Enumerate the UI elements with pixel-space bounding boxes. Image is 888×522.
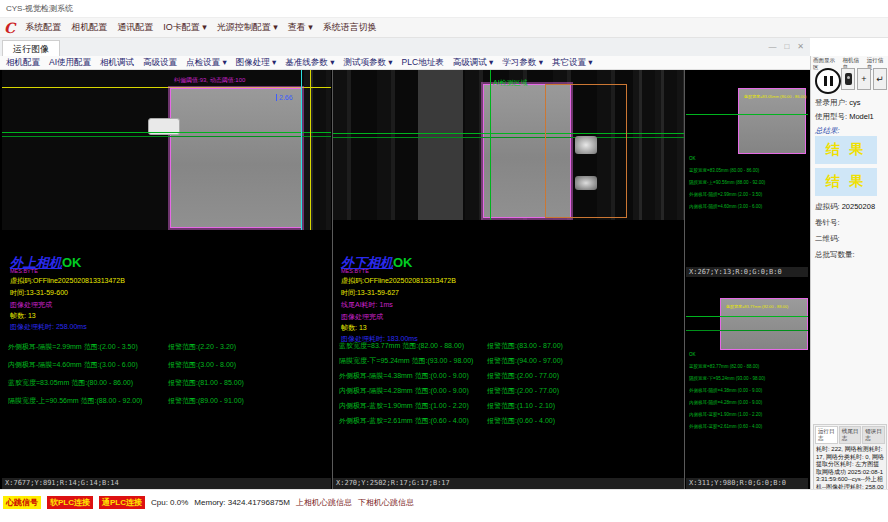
thumb-bottom-yellow-label: 蓝胶宽度=83.77mm (82.00 - 88.00)	[726, 304, 788, 309]
window-title: CYS-视觉检测系统	[6, 4, 73, 13]
middle-measurement-row: 隔膜宽度-下=95.24mm 范围:(93.00 - 98.00)	[339, 356, 473, 366]
model-value[interactable]: Model1	[849, 112, 874, 121]
left-camera-image[interactable]: 纠偏阈值:93, 动态阈值:100 2.66	[2, 70, 331, 230]
left-green-measure-line-2	[2, 136, 331, 137]
menu-comm-config[interactable]: 通讯配置	[117, 21, 153, 34]
middle-alarm-range: 报警范围:(0.60 - 4.00)	[487, 416, 555, 426]
maximize-icon[interactable]: □	[784, 42, 789, 51]
comm-plc-badge: 通PLC连接	[99, 496, 145, 509]
tool-camera-config[interactable]: 相机配置	[6, 57, 40, 69]
menu-language-switch[interactable]: 系统语言切换	[323, 21, 377, 34]
cpu-usage: Cpu: 0.0%	[151, 498, 188, 507]
tool-image-processing[interactable]: 图像处理 ▾	[236, 57, 277, 69]
left-threshold-overlay: 纠偏阈值:93, 动态阈值:100	[174, 76, 245, 85]
menu-view[interactable]: 查看 ▾	[288, 21, 313, 34]
tool-baseline-params[interactable]: 基准线参数 ▾	[285, 57, 334, 69]
soft-plc-badge: 软PLC连接	[47, 496, 93, 509]
middle-measurement-row: 内侧极耳-蓝胶=1.90mm 范围:(1.00 - 2.20)	[339, 401, 469, 411]
middle-bright-spot-1	[575, 136, 597, 154]
tool-test-params[interactable]: 测试项参数 ▾	[343, 57, 392, 69]
left-barcode-line: 虚拟码:OFFline2025020813313472B	[10, 276, 125, 286]
result-box-bottom: 结 果	[815, 168, 877, 196]
left-alarm-range: 报警范围:(81.00 - 85.00)	[168, 378, 244, 388]
thumb-bottom-ok-label: OK	[689, 352, 696, 357]
left-measurement-row: 内侧极耳-隔膜=4.60mm 范围:(3.00 - 6.00)	[8, 360, 138, 370]
thumb-bottom-line: 隔膜宽度-下=95.24mm (93.00 - 98.00)	[689, 376, 765, 381]
thumb-top-ok-label: OK	[689, 156, 696, 161]
virtual-code-value: 20250208	[842, 202, 875, 211]
middle-pixel-readout: X:270;Y:2502;R:17;G:17;B:17	[333, 478, 684, 489]
menu-io-config[interactable]: IO卡配置 ▾	[163, 21, 207, 34]
middle-green-measure-line-1	[333, 133, 684, 134]
log-tab-lineend[interactable]: 线尾日志	[839, 426, 862, 444]
log-tab-run[interactable]: 运行日志	[815, 426, 838, 444]
minimize-icon[interactable]: —	[768, 42, 776, 51]
tool-plc-address-table[interactable]: PLC地址表	[402, 57, 444, 69]
thumb-bottom-green-line-2	[686, 330, 808, 331]
left-image-background-stripes	[304, 70, 331, 230]
middle-ai-time-line: 线尾AI耗时: 1ms	[341, 300, 393, 310]
tool-advanced-settings[interactable]: 高级设置	[143, 57, 177, 69]
pause-button[interactable]	[815, 68, 841, 94]
thumbnail-camera-bottom[interactable]: 蓝胶宽度=83.77mm (82.00 - 88.00) OK 蓝胶宽度=83.…	[686, 278, 808, 489]
menu-camera-config[interactable]: 相机配置	[71, 21, 107, 34]
middle-mes-line: MES:BYTE	[341, 268, 369, 274]
thumb-top-yellow-label: 蓝胶宽度=83.05mm (80.00 - 86.00)	[744, 94, 806, 99]
left-camera-panel: 纠偏阈值:93, 动态阈值:100 2.66 外上相机OK MES:BYTE 虚…	[2, 70, 331, 489]
tab-run-image[interactable]: 运行图像	[2, 40, 60, 57]
middle-barcode-line: 虚拟码:OFFline2025020813313472B	[341, 276, 456, 286]
virtual-code-label: 虚拟码:	[815, 202, 840, 211]
left-done-line: 图像处理完成	[10, 300, 52, 310]
qr-code-label: 二维码:	[815, 234, 840, 244]
tab-strip: 运行图像 — □ ✕	[0, 38, 810, 57]
tool-other-settings[interactable]: 其它设置 ▾	[552, 57, 593, 69]
close-icon[interactable]: ✕	[797, 42, 804, 51]
middle-measurement-row: 蓝胶宽度=83.77mm 范围:(82.00 - 88.00)	[339, 341, 464, 351]
add-button[interactable]: +	[857, 68, 871, 90]
middle-background-stripes	[633, 70, 684, 220]
middle-camera-image[interactable]: AI检测区域	[333, 70, 684, 220]
middle-alarm-range: 报警范围:(2.00 - 77.00)	[487, 371, 559, 381]
menu-light-config[interactable]: 光源控制配置 ▾	[217, 21, 278, 34]
thumb-top-line: 隔膜宽度-上=90.56mm (88.00 - 92.00)	[689, 180, 765, 185]
log-tabs: 运行日志 线尾日志 错误日志	[814, 425, 886, 445]
title-bar: CYS-视觉检测系统	[0, 0, 888, 18]
model-row: 使用型号: Model1	[815, 112, 874, 122]
middle-done-line: 图像处理完成	[341, 312, 383, 322]
camera-button[interactable]	[841, 68, 855, 90]
batch-count-label: 总批写数量:	[815, 250, 855, 260]
tool-advanced-debug[interactable]: 高级调试 ▾	[453, 57, 494, 69]
thumb-top-pixel-readout: X:267;Y:13;R:0;G:0;B:0	[686, 267, 808, 277]
thumbnail-camera-top[interactable]: 蓝胶宽度=83.05mm (80.00 - 86.00) OK 蓝胶宽度=83.…	[686, 70, 808, 267]
thumb-bottom-line: 外侧极耳-蓝胶=2.61mm (0.60 - 4.00)	[689, 424, 762, 429]
return-button[interactable]: ↵	[873, 68, 887, 90]
login-user-value[interactable]: cys	[849, 98, 860, 107]
tool-ai-config[interactable]: AI使用配置	[49, 57, 91, 69]
log-tab-error[interactable]: 错误日志	[862, 426, 885, 444]
middle-alarm-range: 报警范围:(83.00 - 87.00)	[487, 341, 563, 351]
panel-divider	[684, 70, 685, 489]
middle-ai-label: AI检测区域	[493, 78, 528, 88]
total-result-label: 总结果:	[815, 126, 840, 136]
menu-bar: C 系统配置 相机配置 通讯配置 IO卡配置 ▾ 光源控制配置 ▾ 查看 ▾ 系…	[0, 18, 888, 38]
left-measurement-row: 外侧极耳-隔膜=2.99mm 范围:(2.00 - 3.50)	[8, 342, 138, 352]
left-measure-overlay: 2.66	[276, 94, 293, 101]
left-alarm-range: 报警范围:(89.00 - 91.00)	[168, 396, 244, 406]
middle-light-column	[418, 70, 463, 220]
needle-number-label: 卷针号:	[815, 218, 840, 228]
tool-camera-debug[interactable]: 相机调试	[100, 57, 134, 69]
heartbeat-badge: 心跳信号	[3, 496, 41, 509]
tool-spotcheck-settings[interactable]: 点检设置 ▾	[186, 57, 227, 69]
main-view: 纠偏阈值:93, 动态阈值:100 2.66 外上相机OK MES:BYTE 虚…	[0, 70, 810, 489]
tool-learning-params[interactable]: 学习参数 ▾	[502, 57, 543, 69]
left-pixel-readout: X:7677;Y:891;R:14;G:14;B:14	[2, 478, 331, 489]
middle-camera-panel: AI检测区域 外下相机OK MES:BYTE 虚拟码:OFFline202502…	[333, 70, 684, 489]
middle-green-measure-line-2	[333, 137, 684, 138]
middle-alarm-range: 报警范围:(2.00 - 77.00)	[487, 386, 559, 396]
memory-usage: Memory: 3424.41796875M	[194, 498, 290, 507]
status-row: 心跳信号 软PLC连接 通PLC连接 Cpu: 0.0% Memory: 342…	[3, 496, 414, 509]
thumb-top-line: 内侧极耳-隔膜=4.60mm (3.00 - 6.00)	[689, 204, 762, 209]
virtual-code-row: 虚拟码: 20250208	[815, 202, 875, 212]
menu-system-config[interactable]: 系统配置	[25, 21, 61, 34]
thumb-bottom-green-line-1	[686, 316, 808, 317]
